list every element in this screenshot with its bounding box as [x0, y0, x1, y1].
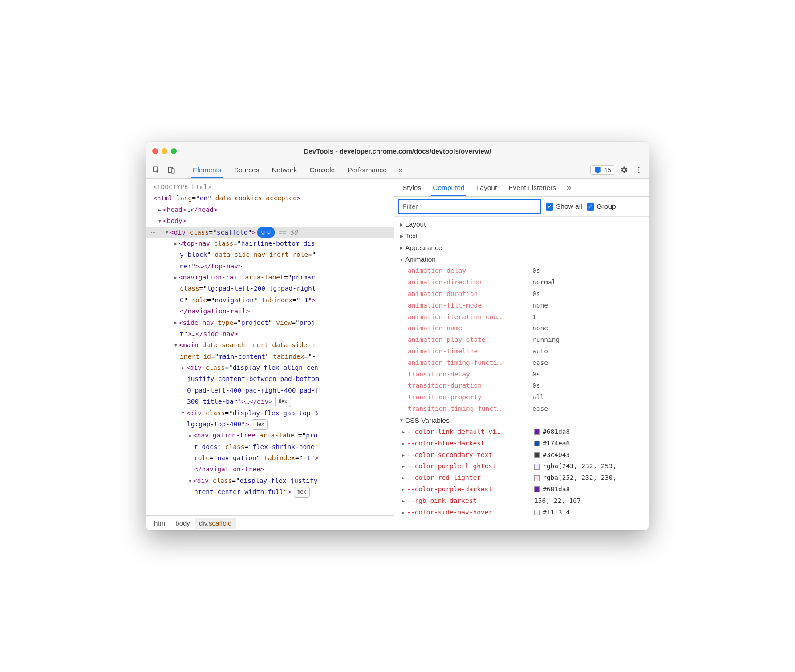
tab-computed[interactable]: Computed [427, 179, 470, 196]
group-layout[interactable]: ▶Layout [394, 219, 649, 230]
computed-prop[interactable]: animation-namenone [394, 323, 649, 334]
close-window-button[interactable] [152, 148, 158, 154]
flex-badge[interactable]: flex [294, 487, 309, 498]
tab-network[interactable]: Network [267, 162, 303, 178]
sel-indicator: == $0 [278, 227, 298, 238]
computed-prop[interactable]: animation-delay0s [394, 265, 649, 277]
group-appearance[interactable]: ▶Appearance [394, 242, 649, 254]
navrail-node[interactable]: <navigation-rail aria-label="primar [179, 272, 315, 283]
computed-prop[interactable]: animation-directionnormal [394, 277, 649, 288]
maximize-window-button[interactable] [171, 148, 177, 154]
navtree-node[interactable]: <navigation-tree aria-label="pro [193, 430, 317, 441]
computed-list[interactable]: ▶Layout ▶Text ▶Appearance ▼Animation ani… [394, 217, 649, 530]
expand-toggle[interactable]: ▼ [187, 477, 193, 485]
css-variable[interactable]: ▶--color-purple-darkest#681da8 [394, 484, 649, 495]
expand-toggle[interactable]: ▶ [400, 497, 407, 505]
flex-badge[interactable]: flex [275, 397, 291, 407]
head-node[interactable]: <head>…</head> [163, 204, 217, 215]
computed-prop[interactable]: animation-iteration-cou…1 [394, 312, 649, 323]
tab-performance[interactable]: Performance [342, 162, 392, 178]
expand-toggle[interactable]: ▶ [400, 428, 407, 436]
div-node[interactable]: <div class="display-flex gap-top-3 [186, 408, 318, 419]
expand-toggle[interactable]: ▶ [157, 206, 163, 214]
expand-toggle[interactable]: ▼ [173, 341, 179, 349]
group-animation[interactable]: ▼Animation [394, 254, 649, 265]
grid-badge[interactable]: grid [257, 227, 275, 238]
body-node[interactable]: <body> [163, 215, 186, 227]
kebab-menu-icon[interactable] [632, 163, 645, 177]
css-variable[interactable]: ▶--rgb-pink-darkest156, 22, 107 [394, 495, 649, 507]
expand-toggle[interactable]: ▶ [400, 486, 407, 494]
device-toggle-icon[interactable] [165, 163, 178, 177]
breadcrumb-item[interactable]: body [171, 518, 195, 529]
prop-name: animation-play-state [408, 334, 532, 346]
computed-prop[interactable]: transition-duration0s [394, 380, 649, 392]
breadcrumb-item-selected[interactable]: div.scaffold [195, 518, 236, 529]
tab-event-listeners[interactable]: Event Listeners [503, 179, 561, 196]
computed-prop[interactable]: transition-timing-funct…ease [394, 403, 649, 415]
expand-toggle[interactable]: ▶ [400, 462, 407, 470]
breadcrumb: html body div.scaffold [146, 515, 394, 530]
expand-toggle[interactable]: ▶ [173, 274, 179, 282]
expand-toggle[interactable]: ▶ [400, 440, 407, 448]
expand-toggle[interactable]: ▼ [164, 228, 170, 236]
expand-toggle[interactable]: ▶ [173, 240, 179, 248]
prop-value: normal [532, 277, 556, 288]
show-all-checkbox[interactable]: ✓Show all [546, 202, 582, 211]
prop-name: animation-name [408, 323, 532, 334]
main-node[interactable]: <main data-search-inert data-side-n [179, 340, 315, 351]
ellipsis-icon[interactable]: ⋯ [150, 227, 157, 238]
div-node[interactable]: <div class="display-flex justify [193, 475, 317, 486]
tab-console[interactable]: Console [304, 162, 340, 178]
tab-sources[interactable]: Sources [229, 162, 265, 178]
computed-prop[interactable]: animation-timing-functi…ease [394, 357, 649, 369]
expand-toggle[interactable]: ▼ [157, 217, 163, 225]
computed-prop[interactable]: animation-play-staterunning [394, 334, 649, 346]
css-variable[interactable]: ▶--color-purple-lightestrgba(243, 232, 2… [394, 461, 649, 472]
css-variable[interactable]: ▶--color-side-nav-hover#f1f3f4 [394, 507, 649, 518]
issues-badge[interactable]: 15 [590, 165, 615, 175]
filter-input[interactable] [398, 199, 541, 214]
computed-prop[interactable]: transition-delay0s [394, 369, 649, 381]
minimize-window-button[interactable] [162, 148, 167, 154]
group-text[interactable]: ▶Text [394, 230, 649, 242]
sidenav-node[interactable]: <side-nav type="project" view="proj [179, 317, 315, 328]
topnav-node[interactable]: <top-nav class="hairline-bottom dis [179, 238, 315, 249]
more-tabs-icon[interactable]: » [562, 181, 576, 194]
group-checkbox[interactable]: ✓Group [587, 202, 616, 211]
html-open[interactable]: <html lang="en" data-cookies-accepted> [153, 193, 301, 204]
flex-badge[interactable]: flex [252, 419, 268, 430]
prop-name: transition-delay [408, 369, 532, 381]
titlebar: DevTools - developer.chrome.com/docs/dev… [146, 142, 649, 161]
breadcrumb-item[interactable]: html [150, 518, 171, 529]
inspect-element-icon[interactable] [150, 163, 163, 177]
more-tabs-icon[interactable]: » [394, 163, 407, 177]
computed-prop[interactable]: transition-propertyall [394, 392, 649, 403]
expand-toggle[interactable]: ▶ [400, 451, 407, 459]
computed-prop[interactable]: animation-duration0s [394, 288, 649, 300]
expand-toggle[interactable]: ▼ [180, 409, 186, 417]
group-css-variables[interactable]: ▼CSS Variables [394, 415, 649, 426]
expand-toggle[interactable]: ▶ [173, 319, 179, 327]
dom-tree[interactable]: <!DOCTYPE html> <html lang="en" data-coo… [146, 179, 394, 515]
computed-prop[interactable]: animation-timelineauto [394, 346, 649, 357]
expand-toggle[interactable]: ▶ [187, 432, 193, 440]
css-variable[interactable]: ▶--color-secondary-text#3c4043 [394, 449, 649, 461]
var-value: #174ea6 [534, 438, 570, 449]
main-toolbar: Elements Sources Network Console Perform… [146, 161, 649, 179]
css-variable[interactable]: ▶--color-blue-darkest#174ea6 [394, 438, 649, 449]
selected-node[interactable]: ⋯▼<div class="scaffold">grid== $0 [146, 227, 394, 238]
css-variable[interactable]: ▶--color-red-lighterrgba(252, 232, 230, [394, 472, 649, 484]
tab-layout[interactable]: Layout [471, 179, 503, 196]
expand-toggle[interactable]: ▶ [180, 364, 186, 372]
computed-prop[interactable]: animation-fill-modenone [394, 300, 649, 312]
color-swatch [534, 441, 540, 446]
prop-value: 0s [532, 265, 540, 277]
settings-icon[interactable] [617, 163, 630, 177]
tab-styles[interactable]: Styles [397, 179, 426, 196]
expand-toggle[interactable]: ▶ [400, 509, 407, 517]
tab-elements[interactable]: Elements [187, 162, 227, 178]
expand-toggle[interactable]: ▶ [400, 474, 407, 482]
div-node[interactable]: <div class="display-flex align-cen [186, 362, 318, 373]
css-variable[interactable]: ▶--color-link-default-vi…#681da8 [394, 426, 649, 438]
